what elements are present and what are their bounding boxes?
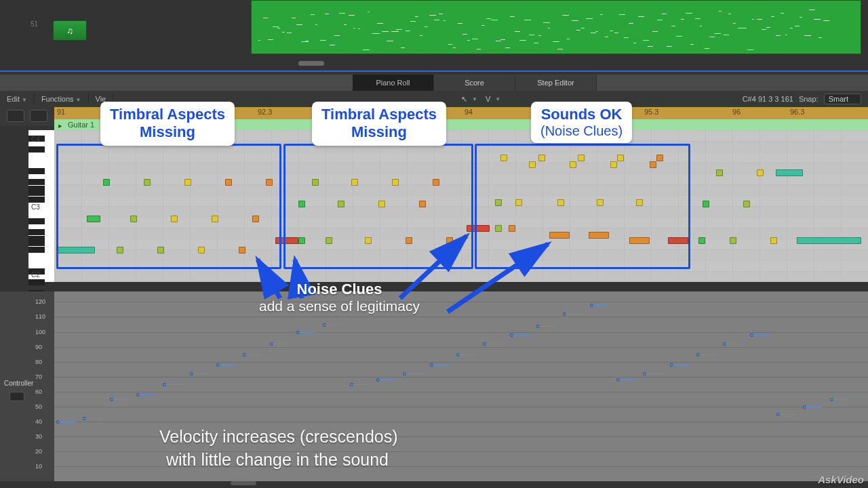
velocity-gridline (54, 362, 868, 363)
velocity-tick-label: 100 (35, 329, 45, 336)
velocity-tail (724, 344, 742, 344)
velocity-tool[interactable]: V (486, 95, 490, 103)
velocity-tail (298, 332, 315, 333)
track-index: 51 (31, 20, 38, 28)
velocity-tick-label: 30 (35, 433, 42, 440)
horizontal-scrollbar[interactable] (298, 61, 324, 66)
velocity-tail (751, 335, 769, 336)
velocity-tail (244, 354, 262, 355)
divider (0, 70, 868, 72)
note-info: C#4 91 3 3 161 (743, 95, 793, 103)
midi-note[interactable] (776, 169, 803, 176)
midi-note[interactable] (698, 237, 705, 244)
bottom-scrollbar[interactable] (231, 481, 256, 485)
velocity-tail (378, 380, 395, 380)
velocity-gridline (54, 377, 868, 378)
velocity-gridline (54, 332, 868, 333)
midi-note[interactable] (757, 169, 764, 176)
velocity-tail (671, 365, 689, 365)
tab-piano-roll[interactable]: Piano Roll (353, 75, 434, 91)
velocity-tick-label: 120 (35, 298, 45, 305)
controller-sidebar: Controller (0, 291, 54, 481)
key-c4: C4 (31, 136, 40, 143)
annotation-label-2: Timbral Aspects Missing (312, 102, 446, 146)
velocity-tick-label: 60 (35, 388, 42, 395)
velocity-gridline (54, 451, 868, 452)
functions-menu[interactable]: Functions▼ (35, 94, 89, 104)
annotation-region-3 (475, 144, 690, 269)
track-name: Guitar 1 (68, 121, 94, 129)
velocity-tail (351, 384, 369, 385)
velocity-tail (564, 314, 582, 314)
velocity-tick-label: 70 (35, 373, 42, 380)
velocity-gridline (54, 317, 868, 317)
midi-note[interactable] (797, 237, 861, 244)
velocity-tail (458, 354, 475, 355)
velocity-gridline (54, 407, 868, 407)
midi-region[interactable] (251, 0, 861, 54)
pointer-tool-icon[interactable]: ↖ (461, 95, 467, 104)
midi-note[interactable] (730, 237, 736, 244)
controller-label: Controller (4, 380, 33, 387)
play-icon: ▸ (58, 121, 65, 128)
velocity-tail (431, 365, 449, 365)
snap-select[interactable]: Smart (824, 94, 861, 104)
velocity-tail (804, 407, 822, 407)
region-icon[interactable]: ♫ (53, 20, 87, 41)
tab-step-editor[interactable]: Step Editor (515, 75, 597, 91)
velocity-gridline (54, 347, 868, 348)
controller-mode-button[interactable] (9, 392, 24, 401)
velocity-tail (218, 365, 235, 365)
velocity-tail (84, 418, 102, 419)
velocity-tail (831, 399, 849, 400)
midi-note[interactable] (743, 201, 750, 207)
tab-score[interactable]: Score (434, 75, 515, 91)
velocity-tail (511, 335, 529, 336)
velocity-tail (324, 325, 342, 325)
editor-tabs: Piano Roll Score Step Editor (0, 75, 868, 91)
annotation-velocity-text: Velocity increases (crescendos) with lit… (159, 426, 398, 472)
edit-menu[interactable]: Edit▼ (0, 94, 35, 104)
velocity-tick-label: 110 (35, 313, 45, 320)
midi-note[interactable] (770, 237, 777, 244)
watermark: AskVideo (818, 474, 864, 485)
velocity-gridline (54, 302, 868, 302)
velocity-tick-label: 90 (35, 344, 42, 350)
velocity-gridline (54, 422, 868, 422)
annotation-region-2 (283, 144, 473, 269)
annotation-noise-clues: Noise Clues add a sense of legitimacy (259, 281, 420, 314)
velocity-tail (484, 344, 502, 344)
velocity-gridline (54, 466, 868, 467)
velocity-gridline (54, 392, 868, 392)
velocity-tail (538, 326, 555, 327)
arrangement-area: 51 ♫ (0, 0, 868, 64)
velocity-tail (591, 305, 609, 306)
velocity-tail (138, 394, 155, 395)
annotation-label-3: Sounds OK (Noise Clues) (531, 102, 632, 143)
key-c2: C2 (31, 271, 40, 279)
velocity-tail (644, 373, 662, 374)
velocity-tick-label: 20 (35, 448, 42, 455)
midi-note[interactable] (703, 201, 709, 207)
velocity-gridline (54, 436, 868, 437)
annotation-region-1 (56, 144, 281, 269)
velocity-tail (271, 344, 289, 344)
velocity-tick-label: 50 (35, 403, 42, 410)
velocity-tail (778, 414, 795, 415)
tool-icon-2[interactable] (30, 110, 47, 122)
velocity-tail (618, 380, 635, 380)
annotation-label-1: Timbral Aspects Missing (100, 102, 235, 146)
key-c3: C3 (31, 203, 40, 211)
velocity-tick-label: 80 (35, 359, 42, 365)
velocity-tail (164, 384, 182, 385)
velocity-tail (111, 399, 129, 400)
velocity-tail (58, 422, 75, 422)
tool-icon-1[interactable] (7, 110, 24, 122)
velocity-tail (404, 373, 422, 374)
velocity-tail (698, 354, 715, 355)
velocity-tail (191, 373, 209, 374)
snap-label: Snap: (799, 95, 818, 103)
velocity-tick-label: 10 (35, 463, 42, 470)
velocity-tick-label: 40 (35, 418, 42, 425)
midi-note[interactable] (716, 169, 723, 176)
